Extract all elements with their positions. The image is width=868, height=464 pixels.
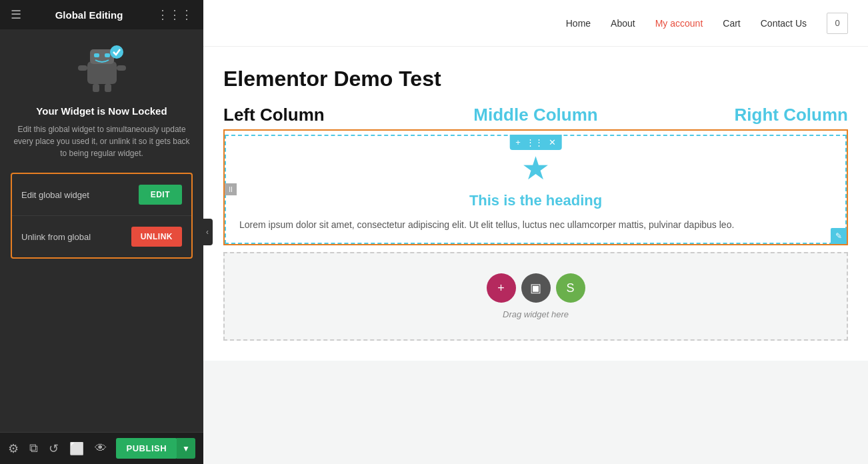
svg-rect-5 (78, 65, 87, 71)
svg-rect-6 (117, 65, 126, 71)
svg-rect-3 (105, 53, 110, 57)
columns-row: Left Column Middle Column Right Column (223, 105, 848, 125)
page-title: Elementor Demo Test (223, 67, 848, 91)
publish-button[interactable]: PUBLISH (116, 438, 178, 459)
svg-point-9 (110, 45, 123, 59)
eye-icon[interactable]: 👁 (95, 441, 107, 455)
responsive-icon[interactable]: ⬜ (69, 441, 84, 456)
widget-section-outer: + ⋮⋮ ✕ II ✎ ★ This is the heading Lorem … (223, 129, 848, 245)
sidebar-collapse-arrow[interactable]: ‹ (202, 219, 213, 245)
page-content: Elementor Demo Test Left Column Middle C… (203, 47, 868, 361)
column-index[interactable]: II (225, 183, 237, 195)
drop-zone-icons: + ▣ S (487, 273, 585, 303)
svg-rect-0 (87, 61, 117, 84)
layers-icon[interactable]: ⧉ (29, 441, 38, 455)
widget-heading: This is the heading (239, 192, 832, 209)
widget-move-btn[interactable]: ⋮⋮ (524, 137, 545, 148)
edit-action-row: Edit global widget EDIT (12, 174, 191, 215)
widget-toolbar: + ⋮⋮ ✕ (509, 135, 562, 150)
nav-my-account[interactable]: My account (655, 18, 703, 29)
bottom-icons: ⚙ ⧉ ↺ ⬜ 👁 (8, 441, 107, 456)
sidebar-body: Your Widget is Now Locked Edit this glob… (0, 29, 203, 432)
star-icon: ★ (239, 149, 832, 187)
middle-column-heading: Middle Column (431, 105, 639, 125)
sidebar: ☰ Global Editing ⋮⋮⋮ Your (0, 0, 203, 464)
cart-icon-box[interactable]: 0 (827, 13, 848, 34)
widget-section: + ⋮⋮ ✕ II ✎ ★ This is the heading Lorem … (225, 135, 847, 244)
svg-rect-7 (93, 84, 99, 92)
locked-desc: Edit this global widget to simultaneousl… (11, 123, 193, 159)
right-column-heading: Right Column (640, 105, 848, 125)
unlink-button[interactable]: UNLINK (131, 227, 182, 247)
edit-global-label: Edit global widget (21, 190, 89, 200)
robot-icon (75, 43, 129, 96)
global-actions-panel: Edit global widget EDIT Unlink from glob… (11, 173, 193, 259)
publish-group: PUBLISH ▼ (116, 438, 195, 459)
sidebar-header: ☰ Global Editing ⋮⋮⋮ (0, 0, 203, 29)
widget-edit-corner[interactable]: ✎ (831, 228, 847, 244)
drop-zone: + ▣ S Drag widget here (223, 252, 848, 341)
sidebar-title: Global Editing (21, 9, 157, 21)
widget-text: Lorem ipsum dolor sit amet, consectetur … (239, 217, 832, 232)
publish-arrow-button[interactable]: ▼ (177, 438, 195, 459)
add-widget-icon[interactable]: + (487, 273, 516, 303)
unlink-global-label: Unlink from global (21, 232, 91, 242)
edit-button[interactable]: EDIT (139, 185, 182, 205)
top-nav: Home About My account Cart Contact Us 0 (203, 0, 868, 47)
settings-icon[interactable]: ⚙ (8, 441, 19, 456)
nav-about[interactable]: About (611, 18, 635, 29)
nav-cart[interactable]: Cart (723, 18, 740, 29)
svg-rect-8 (105, 84, 111, 92)
nav-contact-us[interactable]: Contact Us (761, 18, 807, 29)
sidebar-bottom: ⚙ ⧉ ↺ ⬜ 👁 PUBLISH ▼ (0, 432, 203, 464)
grid-icon[interactable]: ⋮⋮⋮ (157, 7, 193, 22)
nav-home[interactable]: Home (566, 18, 591, 29)
widget-icon[interactable]: ▣ (521, 273, 551, 303)
widget-add-btn[interactable]: + (513, 137, 523, 148)
widget-close-btn[interactable]: ✕ (547, 137, 558, 148)
unlink-action-row: Unlink from global UNLINK (12, 215, 191, 257)
svg-rect-2 (94, 53, 99, 57)
template-icon[interactable]: S (556, 273, 585, 303)
locked-title: Your Widget is Now Locked (36, 105, 167, 117)
history-icon[interactable]: ↺ (49, 441, 59, 456)
main-content: Home About My account Cart Contact Us 0 … (203, 0, 868, 464)
left-column-heading: Left Column (223, 105, 431, 125)
drop-zone-label: Drag widget here (503, 309, 569, 319)
hamburger-icon[interactable]: ☰ (11, 7, 21, 22)
